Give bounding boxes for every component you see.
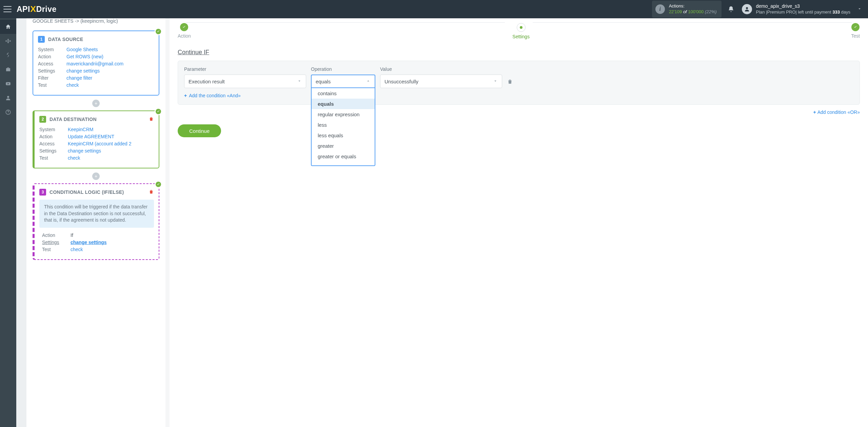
kv-link[interactable]: KeepinCRM (68, 127, 93, 132)
kv-link[interactable]: change settings (71, 240, 107, 245)
add-step-button[interactable]: + (92, 100, 100, 107)
continue-button[interactable]: Continue (178, 124, 221, 137)
breadcrumb: GOOGLE SHEETS -> (keepincrm, logic) (26, 18, 165, 27)
kv-key: Settings (38, 68, 66, 74)
kv-key: Test (39, 155, 68, 161)
kv-key: Action (38, 54, 66, 59)
kv-link[interactable]: Google Sheets (66, 47, 98, 52)
nav-connections-icon[interactable] (0, 34, 16, 48)
select-value: Unsuccessfully (384, 79, 418, 84)
kv-link[interactable]: change settings (66, 68, 100, 74)
nav-billing-icon[interactable] (0, 48, 16, 62)
kv-link[interactable]: check (68, 155, 80, 161)
operation-dropdown[interactable]: containsequalsregular expressionlessless… (311, 88, 375, 166)
trash-icon[interactable] (149, 189, 154, 196)
field-label-parameter: Parameter (184, 66, 306, 72)
select-value: equals (316, 79, 331, 84)
kv-key: Access (39, 141, 68, 146)
kv-link[interactable]: KeepinCRM (account added 2 (68, 141, 132, 146)
kv-link[interactable]: Get ROWS (new) (66, 54, 103, 59)
section-title: Continue IF (170, 39, 868, 61)
info-box: This condition will be triggered if the … (39, 200, 154, 228)
kv-link[interactable]: check (71, 247, 83, 252)
kv-link[interactable]: check (66, 82, 79, 88)
select-value: Execution result (189, 79, 225, 84)
delete-condition-icon[interactable] (507, 79, 514, 88)
card-data-destination[interactable]: 2 DATA DESTINATION SystemKeepinCRM Actio… (33, 110, 159, 168)
operation-option[interactable]: equals (312, 99, 375, 109)
field-label-operation: Operation (311, 66, 375, 72)
logo-text-2: Drive (36, 5, 57, 14)
parameter-select[interactable]: Execution result (184, 75, 306, 88)
add-and-label: Add the condition «And» (189, 93, 241, 98)
kv-link[interactable]: maverickandrii@gmail.com (66, 61, 123, 66)
step-label: Test (851, 33, 860, 39)
svg-point-0 (746, 7, 748, 9)
bell-icon[interactable] (728, 6, 734, 13)
operation-select[interactable]: equals (311, 75, 375, 88)
nav-video-icon[interactable] (0, 77, 16, 91)
add-or-condition-button[interactable]: +Add condition «OR» (178, 109, 860, 115)
add-and-condition-button[interactable]: +Add the condition «And» (184, 93, 241, 98)
kv-key: Action (39, 134, 68, 139)
actions-pct: (22%) (705, 9, 717, 14)
trash-icon[interactable] (149, 116, 154, 123)
step-test[interactable]: Test (851, 23, 860, 39)
card-data-source[interactable]: 1 DATA SOURCE SystemGoogle Sheets Action… (33, 30, 159, 96)
check-icon (155, 181, 162, 188)
add-or-label: Add condition «OR» (817, 109, 860, 115)
step-action[interactable]: Action (178, 23, 191, 39)
avatar-icon[interactable] (742, 4, 752, 14)
value-select[interactable]: Unsuccessfully (380, 75, 502, 88)
actions-total: 100'000 (688, 9, 704, 14)
kv-key: Test (38, 82, 66, 88)
main-panel: Action Settings Test Continue IF (170, 18, 868, 427)
step-label: Action (178, 33, 191, 39)
chevron-down-icon[interactable] (857, 6, 862, 12)
stepper: Action Settings Test (170, 18, 868, 39)
nav-home-icon[interactable] (0, 20, 16, 34)
check-icon (155, 28, 162, 35)
chevron-up-icon (366, 79, 371, 84)
kv-key: Settings (42, 240, 71, 245)
menu-icon[interactable] (3, 6, 12, 12)
card-number: 3 (39, 189, 46, 196)
actions-counter[interactable]: i Actions: 22'109 of 100'000 (22%) (652, 1, 722, 18)
kv-link[interactable]: change settings (68, 148, 101, 154)
logo-x: X (30, 5, 36, 14)
chevron-down-icon (493, 79, 498, 84)
kv-value: If (71, 232, 73, 238)
check-icon (155, 108, 162, 115)
nav-help-icon[interactable] (0, 105, 16, 119)
nav-briefcase-icon[interactable] (0, 62, 16, 77)
nav-profile-icon[interactable] (0, 91, 16, 105)
actions-label: Actions: (669, 3, 717, 9)
card-number: 1 (38, 36, 45, 43)
logo[interactable]: APIXDrive (17, 5, 57, 14)
kv-link[interactable]: Update AGREEMENT (68, 134, 114, 139)
card-title: DATA DESTINATION (50, 117, 97, 122)
info-icon: i (655, 4, 665, 14)
operation-option[interactable]: greater or equals (312, 151, 375, 162)
operation-option[interactable]: less equals (312, 130, 375, 141)
operation-option[interactable]: regular expression (312, 109, 375, 120)
card-title: DATA SOURCE (48, 37, 83, 42)
step-settings[interactable]: Settings (512, 23, 530, 39)
operation-option[interactable]: empty (312, 162, 375, 166)
kv-key: Action (42, 232, 71, 238)
card-number: 2 (39, 116, 46, 123)
operation-option[interactable]: contains (312, 88, 375, 99)
kv-key: System (39, 127, 68, 132)
user-name: demo_apix_drive_s3 (756, 3, 850, 9)
operation-option[interactable]: greater (312, 141, 375, 151)
user-info[interactable]: demo_apix_drive_s3 Plan |Premium PRO| le… (756, 3, 850, 15)
actions-of: of (683, 9, 688, 14)
kv-key: Filter (38, 75, 66, 81)
card-conditional-logic[interactable]: 3 CONDITIONAL LOGIC (IF/ELSE) This condi… (33, 183, 159, 260)
field-label-value: Value (380, 66, 502, 72)
add-step-button[interactable]: + (92, 172, 100, 180)
step-label: Settings (512, 34, 530, 39)
kv-key: Settings (39, 148, 68, 154)
kv-link[interactable]: change filter (66, 75, 92, 81)
operation-option[interactable]: less (312, 120, 375, 130)
